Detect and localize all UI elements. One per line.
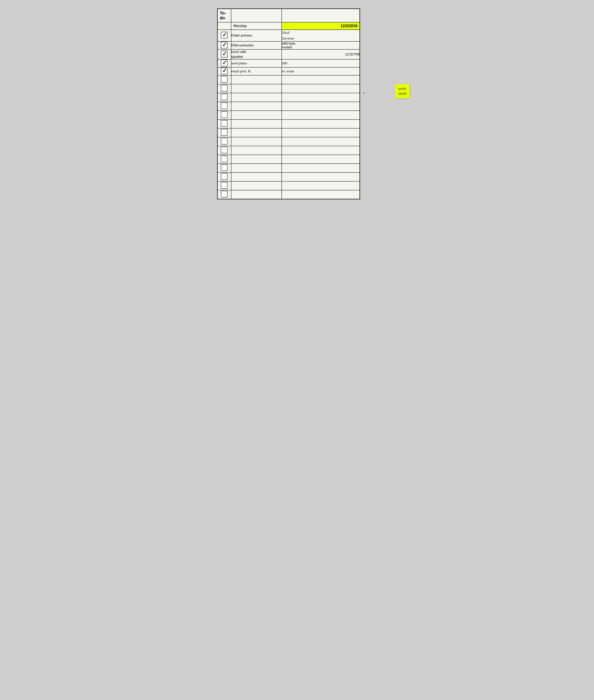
checkbox-empty[interactable] (221, 191, 228, 198)
table-row (218, 128, 360, 137)
table-row (218, 137, 360, 146)
table-row (218, 146, 360, 155)
checkbox-empty[interactable] (221, 146, 228, 153)
table-row: email prof. H. re: exam (218, 67, 360, 75)
checkbox-empty[interactable] (221, 156, 228, 162)
table-row (218, 155, 360, 164)
checkbox-empty[interactable] (221, 164, 228, 171)
table-row (218, 120, 360, 128)
sticky-note: writeemail (395, 84, 410, 98)
notes-cell-3: 12:00 PM (282, 49, 360, 59)
task-label-1: Order primers (231, 34, 252, 37)
task-label-2: DNA extraction (231, 43, 254, 47)
table-row (218, 93, 360, 102)
checkbox-empty[interactable] (221, 182, 228, 189)
arrow-annotation: ← (362, 90, 367, 96)
checkbox-empty[interactable] (221, 138, 228, 144)
task-cell-5: email prof. H. (231, 67, 282, 75)
date-label: 12/2/2019 (282, 22, 360, 30)
notes-1: 2fwd2reverse (282, 31, 294, 40)
checkbox-empty[interactable] (221, 129, 228, 136)
checkbox-empty[interactable] (221, 76, 228, 83)
day-label: Monday (231, 22, 282, 30)
checkbox-empty[interactable] (221, 102, 228, 109)
table-row (218, 102, 360, 111)
table-row (218, 164, 360, 172)
task-label-4: seed plates (231, 61, 247, 65)
checkbox-cell-3[interactable] (218, 49, 231, 59)
table-row (218, 181, 360, 190)
checkbox-empty[interactable] (221, 111, 228, 118)
notes-cell-5: re: exam (282, 67, 360, 75)
page-wrapper: To-do Monday 12/2/2019 Order primers 2fw… (217, 6, 377, 199)
table-row: lunch withspeaker 12:00 PM (218, 49, 360, 59)
checkbox-empty[interactable] (221, 94, 228, 100)
table-row: DNA extraction wild-type,mutant (218, 41, 360, 49)
checkbox-cell-2[interactable] (218, 41, 231, 49)
table-row: seed plates 300 (218, 59, 360, 67)
checkbox-1[interactable] (221, 32, 228, 38)
checkbox-empty[interactable] (221, 173, 228, 180)
sticky-note-text: writeemail (398, 86, 406, 96)
checkbox-2[interactable] (221, 42, 228, 48)
task-label-5: email prof. H. (231, 69, 251, 73)
todo-title: To-do (218, 9, 231, 23)
checkbox-5[interactable] (221, 68, 228, 74)
table-row (218, 172, 360, 181)
notes-3: 12:00 PM (345, 53, 360, 56)
notes-5: re: exam (282, 69, 294, 73)
table-row (218, 84, 360, 93)
table-row (218, 190, 360, 199)
header-row: To-do (218, 9, 360, 23)
task-cell-4: seed plates (231, 59, 282, 67)
table-row (218, 75, 360, 84)
notes-4: 300 (282, 61, 287, 65)
table-row: Order primers 2fwd2reverse (218, 30, 360, 41)
task-label-3: lunch withspeaker (231, 50, 246, 58)
day-date-row: Monday 12/2/2019 (218, 22, 360, 30)
notes-cell-1: 2fwd2reverse (282, 30, 360, 41)
arrow-icon: ← (362, 90, 367, 95)
task-cell-1: Order primers (231, 30, 282, 41)
todo-table: To-do Monday 12/2/2019 Order primers 2fw… (217, 8, 360, 199)
checkbox-empty[interactable] (221, 85, 228, 92)
task-cell-3: lunch withspeaker (231, 49, 282, 59)
checkbox-3[interactable] (221, 51, 228, 58)
table-row (218, 111, 360, 120)
checkbox-empty[interactable] (221, 120, 228, 127)
checkbox-4[interactable] (221, 60, 228, 66)
checkbox-cell-4[interactable] (218, 59, 231, 67)
checkbox-cell-1[interactable] (218, 30, 231, 41)
notes-cell-2: wild-type,mutant (282, 41, 360, 49)
notes-2: wild-type,mutant (282, 42, 296, 49)
notes-cell-4: 300 (282, 59, 360, 67)
task-cell-2: DNA extraction (231, 41, 282, 49)
checkbox-cell-5[interactable] (218, 67, 231, 75)
